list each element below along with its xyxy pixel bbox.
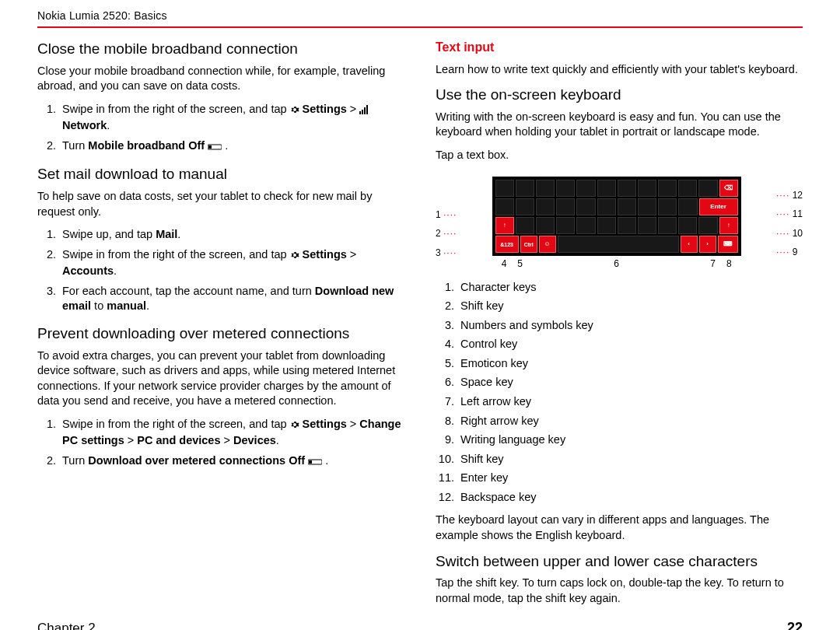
legend-item: Left arrow key <box>457 394 803 410</box>
list-item: Swipe in from the right of the screen, a… <box>59 417 404 449</box>
page: Nokia Lumia 2520: Basics Close the mobil… <box>0 0 840 630</box>
gear-icon <box>290 103 299 119</box>
ctrl-key: Ctrl <box>520 236 537 253</box>
legend-item: Writing language key <box>457 432 803 448</box>
space-key <box>558 236 679 253</box>
num-sym-key: &123 <box>495 236 519 253</box>
page-number: 22 <box>787 620 803 630</box>
label-1: 1 ···· <box>436 208 457 221</box>
svg-rect-7 <box>309 460 312 464</box>
label-10: ···· 10 <box>776 227 803 240</box>
steps-mail-manual: Swipe up, and tap Mail. Swipe in from th… <box>37 227 404 314</box>
p-close-broadband: Close your mobile broadband connection w… <box>37 64 404 94</box>
heading-text-input: Text input <box>436 39 803 56</box>
p-metered: To avoid extra charges, you can prevent … <box>37 348 404 409</box>
p-text-input: Learn how to write text quickly and effi… <box>436 62 803 78</box>
steps-metered: Swipe in from the right of the screen, a… <box>37 417 404 471</box>
left-arrow-key: ‹ <box>681 236 698 253</box>
label-9: ···· 9 <box>776 246 797 258</box>
p-onscreen-kbd: Writing with the on-screen keyboard is e… <box>436 110 803 140</box>
legend-item: Control key <box>457 337 803 352</box>
chapter-label: Chapter 2 <box>37 621 96 630</box>
backspace-key: ⌫ <box>719 180 738 197</box>
svg-rect-1 <box>362 110 363 114</box>
legend-item: Right arrow key <box>457 414 803 429</box>
right-column: Text input Learn how to write text quick… <box>436 39 803 614</box>
list-item: Turn Download over metered connections O… <box>59 453 404 471</box>
lang-key: ⌨ <box>718 236 738 253</box>
heading-switch-case: Switch between upper and lower case char… <box>436 551 803 572</box>
bottom-labels: 4 5 6 7 8 <box>492 257 741 270</box>
p-tap-textbox: Tap a text box. <box>436 148 803 163</box>
heading-onscreen-kbd: Use the on-screen keyboard <box>436 85 803 105</box>
toggle-off-icon <box>208 140 222 156</box>
steps-close-broadband: Swipe in from the right of the screen, a… <box>37 102 404 156</box>
footer: Chapter 2 22 <box>37 620 803 630</box>
list-item: For each account, tap the account name, … <box>59 284 404 314</box>
red-rule <box>37 26 803 28</box>
keyboard-diagram: ⌫ Enter ↑ ↑ <box>492 177 741 270</box>
label-11: ···· 11 <box>776 208 803 220</box>
list-item: Swipe up, and tap Mail. <box>59 227 404 243</box>
enter-key: Enter <box>699 198 738 215</box>
list-item: Swipe in from the right of the screen, a… <box>59 247 404 279</box>
columns: Close the mobile broadband connection Cl… <box>37 39 803 614</box>
legend-item: Shift key <box>457 452 803 467</box>
p-switch-case: Tap the shift key. To turn caps lock on,… <box>436 576 803 606</box>
left-column: Close the mobile broadband connection Cl… <box>37 39 404 614</box>
shift-key-left: ↑ <box>495 217 514 234</box>
heading-close-broadband: Close the mobile broadband connection <box>37 39 404 59</box>
svg-rect-3 <box>366 105 368 114</box>
list-item: Turn Mobile broadband Off . <box>59 138 404 156</box>
heading-mail-manual: Set mail download to manual <box>37 164 404 184</box>
label-3: 3 ···· <box>436 247 457 259</box>
legend-item: Backspace key <box>457 490 803 506</box>
legend-item: Numbers and symbols key <box>457 318 803 334</box>
legend-item: Emoticon key <box>457 356 803 372</box>
label-12: ···· 12 <box>776 189 803 201</box>
emoticon-key: ☺ <box>539 236 556 253</box>
legend-item: Character keys <box>457 280 803 296</box>
svg-rect-0 <box>359 111 361 114</box>
gear-icon <box>290 249 299 264</box>
list-item: Swipe in from the right of the screen, a… <box>59 102 404 134</box>
p-mail-manual: To help save on data costs, set your tab… <box>37 189 404 219</box>
signal-icon <box>359 103 369 119</box>
legend-item: Space key <box>457 375 803 390</box>
gear-icon <box>290 418 299 434</box>
doc-header: Nokia Lumia 2520: Basics <box>37 9 803 22</box>
shift-key-right: ↑ <box>719 217 738 234</box>
heading-metered: Prevent downloading over metered connect… <box>37 324 404 344</box>
label-2: 2 ···· <box>436 227 457 240</box>
p-kbd-layout-note: The keyboard layout can vary in differen… <box>436 513 803 543</box>
right-arrow-key: › <box>699 236 716 253</box>
legend-item: Shift key <box>457 299 803 314</box>
legend-item: Enter key <box>457 471 803 486</box>
svg-rect-2 <box>364 107 366 114</box>
svg-rect-5 <box>208 145 212 149</box>
toggle-off-icon <box>308 455 322 471</box>
keyboard-legend: Character keys Shift key Numbers and sym… <box>436 280 803 506</box>
